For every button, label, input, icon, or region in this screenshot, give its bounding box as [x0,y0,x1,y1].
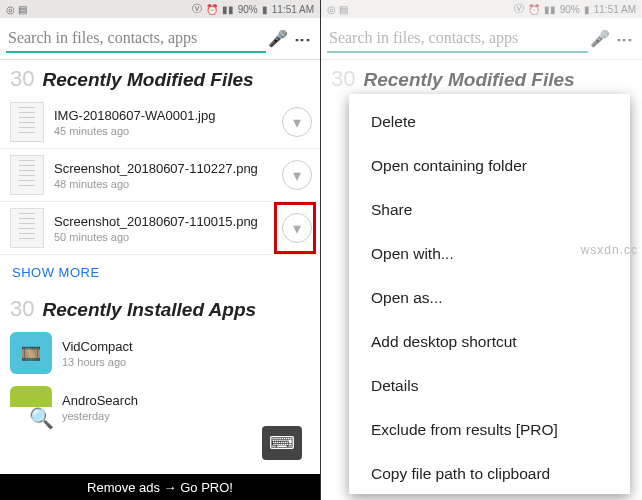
menu-item-delete[interactable]: Delete [349,100,630,144]
mic-icon[interactable]: 🎤 [588,29,612,48]
search-input[interactable] [327,25,588,53]
clock: 11:51 AM [272,4,314,15]
search-input[interactable] [6,25,266,53]
file-time: 50 minutes ago [54,231,282,243]
menu-item-open-folder[interactable]: Open containing folder [349,144,630,188]
battery-pct: 90% [238,4,258,15]
file-row[interactable]: Screenshot_20180607-110227.png 48 minute… [0,149,320,202]
menu-item-open-as[interactable]: Open as... [349,276,630,320]
expand-button[interactable]: ▾ [282,107,312,137]
section-title: Recently Installed Apps [42,299,256,321]
file-thumbnail [10,208,44,248]
notification-icon: ▤ [18,4,27,15]
file-name: Screenshot_20180607-110227.png [54,161,282,176]
chevron-down-icon: ▾ [293,166,301,185]
keyboard-icon: ⌨ [269,432,295,454]
menu-item-exclude[interactable]: Exclude from results [PRO] [349,408,630,452]
file-thumbnail [10,155,44,195]
app-row[interactable]: 🎞️ VidCompact 13 hours ago [0,326,320,380]
file-name: IMG-20180607-WA0001.jpg [54,108,282,123]
show-more-link[interactable]: SHOW MORE [0,255,320,290]
screenshot-left-pane: ◎ ▤ ⓥ ⏰ ▮▮ 90% ▮ 11:51 AM 🎤 ⋮ 30 Recentl… [0,0,321,500]
battery-icon: ▮ [262,4,268,15]
alarm-icon: ⏰ [528,4,540,15]
signal-icon: ▮▮ [222,4,234,15]
app-icon-androsearch [10,386,52,428]
section-title: Recently Modified Files [42,69,253,91]
file-time: 45 minutes ago [54,125,282,137]
menu-item-add-shortcut[interactable]: Add desktop shortcut [349,320,630,364]
section-count: 30 [10,66,34,92]
alarm-icon: ⏰ [206,4,218,15]
vibrate-icon: ⓥ [514,2,524,16]
ad-banner[interactable]: Remove ads → Go PRO! [0,474,320,500]
menu-item-details[interactable]: Details [349,364,630,408]
section-recent-files-header: 30 Recently Modified Files [321,60,642,96]
app-name: AndroSearch [62,393,310,408]
more-icon[interactable]: ⋮ [293,27,312,51]
menu-item-share[interactable]: Share [349,188,630,232]
app-time: yesterday [62,410,310,422]
menu-item-copy-path[interactable]: Copy file path to clipboard [349,452,630,494]
expand-button[interactable]: ▾ [282,213,312,243]
section-recent-files-header: 30 Recently Modified Files [0,60,320,96]
expand-button[interactable]: ▾ [282,160,312,190]
section-recent-apps-header: 30 Recently Installed Apps [0,290,320,326]
section-count: 30 [10,296,34,322]
gps-icon: ◎ [6,4,15,15]
app-icon-vidcompact: 🎞️ [10,332,52,374]
app-name: VidCompact [62,339,310,354]
battery-pct: 90% [560,4,580,15]
status-bar: ◎ ▤ ⓥ ⏰ ▮▮ 90% ▮ 11:51 AM [0,0,320,18]
vibrate-icon: ⓥ [192,2,202,16]
chevron-down-icon: ▾ [293,113,301,132]
file-name: Screenshot_20180607-110015.png [54,214,282,229]
section-title: Recently Modified Files [363,69,574,91]
battery-icon: ▮ [584,4,590,15]
search-bar: 🎤 ⋮ [321,18,642,60]
context-menu: Delete Open containing folder Share Open… [349,94,630,494]
file-row[interactable]: IMG-20180607-WA0001.jpg 45 minutes ago ▾ [0,96,320,149]
status-bar: ◎ ▤ ⓥ ⏰ ▮▮ 90% ▮ 11:51 AM [321,0,642,18]
screenshot-right-pane: ◎ ▤ ⓥ ⏰ ▮▮ 90% ▮ 11:51 AM 🎤 ⋮ 30 Recentl… [321,0,642,500]
app-time: 13 hours ago [62,356,310,368]
more-icon[interactable]: ⋮ [615,27,634,51]
keyboard-fab[interactable]: ⌨ [262,426,302,460]
search-bar: 🎤 ⋮ [0,18,320,60]
chevron-down-icon: ▾ [293,219,301,238]
gps-icon: ◎ [327,4,336,15]
file-time: 48 minutes ago [54,178,282,190]
mic-icon[interactable]: 🎤 [266,29,290,48]
notification-icon: ▤ [339,4,348,15]
signal-icon: ▮▮ [544,4,556,15]
menu-item-open-with[interactable]: Open with... [349,232,630,276]
file-thumbnail [10,102,44,142]
file-row[interactable]: Screenshot_20180607-110015.png 50 minute… [0,202,320,255]
section-count: 30 [331,66,355,92]
clock: 11:51 AM [594,4,636,15]
